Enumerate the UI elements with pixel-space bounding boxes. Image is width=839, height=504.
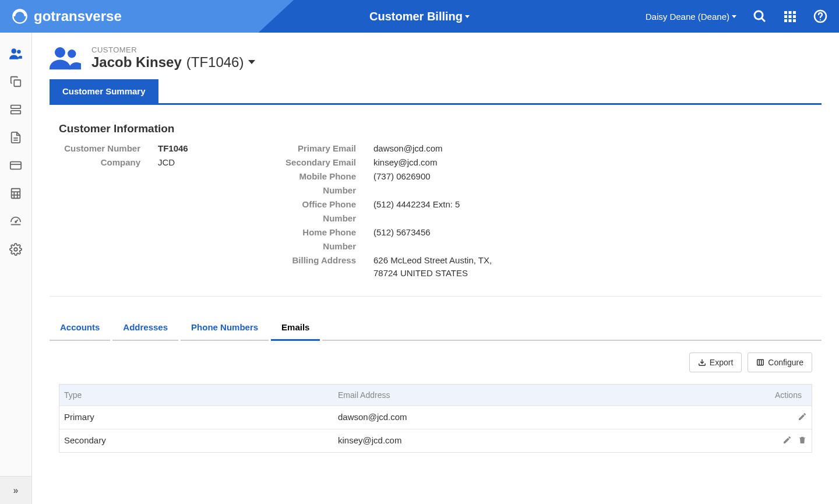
customer-icon — [50, 44, 81, 71]
sidebar-settings[interactable] — [0, 235, 31, 263]
company-label: Company — [59, 156, 158, 169]
svg-point-1 — [755, 11, 763, 19]
trash-icon — [798, 435, 807, 445]
chevron-down-icon — [465, 15, 470, 18]
cell-actions — [765, 406, 812, 429]
tab-customer-summary[interactable]: Customer Summary — [50, 79, 158, 103]
billing-address-label: Billing Address — [280, 254, 373, 267]
th-email[interactable]: Email Address — [333, 385, 765, 406]
svg-rect-25 — [12, 189, 20, 199]
configure-button[interactable]: Configure — [748, 353, 812, 372]
th-type[interactable]: Type — [59, 385, 333, 406]
tab-emails[interactable]: Emails — [271, 315, 320, 341]
sub-tabs: Accounts Addresses Phone Numbers Emails — [50, 297, 822, 341]
office-phone-label-1: Office Phone — [280, 198, 373, 211]
emails-table: Type Email Address Actions Primarydawson… — [59, 384, 812, 453]
apps-grid-icon[interactable] — [783, 9, 797, 23]
svg-rect-18 — [11, 111, 21, 114]
edit-button[interactable] — [782, 435, 792, 446]
home-phone-label-1: Home Phone — [280, 226, 373, 239]
brand-icon — [12, 8, 28, 24]
primary-tabs: Customer Summary — [50, 79, 822, 105]
page-title-dropdown[interactable]: Jacob Kinsey (TF1046) — [91, 54, 255, 71]
gauge-icon — [9, 215, 22, 228]
sidebar-document[interactable] — [0, 124, 31, 151]
copy-icon — [9, 75, 22, 88]
cell-type: Secondary — [59, 429, 333, 452]
export-button[interactable]: Export — [689, 353, 742, 372]
users-icon — [8, 46, 23, 61]
svg-rect-36 — [757, 360, 764, 365]
credit-card-icon — [9, 159, 22, 172]
svg-rect-16 — [14, 80, 20, 86]
svg-rect-23 — [10, 162, 21, 170]
app-header: gotransverse Customer Billing Daisy Dean… — [0, 0, 839, 33]
svg-rect-8 — [793, 15, 796, 18]
svg-rect-11 — [793, 19, 796, 22]
chevron-down-icon — [248, 60, 255, 64]
server-icon — [9, 103, 22, 116]
document-icon — [9, 131, 22, 144]
brand-logo[interactable]: gotransverse — [12, 8, 122, 24]
company-value: JCD — [158, 156, 175, 169]
sidebar-card[interactable] — [0, 151, 31, 179]
svg-point-30 — [15, 221, 16, 223]
sidebar-calculator[interactable] — [0, 179, 31, 207]
billing-address-value: 626 McLeod Street Austin, TX, 78724 UNIT… — [373, 254, 513, 280]
svg-point-14 — [11, 48, 16, 54]
svg-rect-7 — [789, 15, 792, 18]
svg-rect-9 — [784, 19, 787, 22]
sidebar-dashboard[interactable] — [0, 207, 31, 235]
sidebar-copy[interactable] — [0, 68, 31, 96]
customer-number-value: TF1046 — [158, 142, 188, 155]
secondary-email-label: Secondary Email — [280, 156, 373, 169]
gear-icon — [9, 243, 22, 256]
download-icon — [698, 358, 706, 366]
pencil-icon — [798, 412, 807, 421]
chevrons-right-icon: » — [13, 485, 19, 496]
svg-line-2 — [762, 18, 765, 22]
sidebar-expand-button[interactable]: » — [0, 476, 31, 504]
sidebar-customers[interactable] — [0, 40, 31, 68]
svg-rect-5 — [793, 11, 796, 14]
svg-point-32 — [14, 248, 17, 251]
home-phone-value: (512) 5673456 — [373, 226, 431, 239]
mobile-phone-label-1: Mobile Phone — [280, 170, 373, 183]
cell-email: kinsey@jcd.com — [333, 429, 765, 452]
page-label: CUSTOMER — [91, 45, 255, 54]
tab-phone-numbers[interactable]: Phone Numbers — [181, 315, 269, 341]
svg-rect-17 — [11, 105, 21, 109]
svg-point-33 — [55, 47, 65, 58]
search-icon[interactable] — [753, 9, 767, 23]
help-icon[interactable] — [813, 9, 827, 23]
chevron-down-icon — [732, 15, 736, 18]
edit-button[interactable] — [798, 412, 807, 423]
pencil-icon — [782, 435, 792, 445]
main-content: CUSTOMER Jacob Kinsey (TF1046) Customer … — [32, 33, 839, 504]
tab-addresses[interactable]: Addresses — [112, 315, 178, 341]
svg-point-34 — [68, 50, 76, 58]
secondary-email-value: kinsey@jcd.com — [373, 156, 437, 169]
cell-actions — [765, 429, 812, 452]
svg-rect-6 — [784, 15, 787, 18]
table-row: Secondarykinsey@jcd.com — [59, 429, 812, 452]
svg-rect-10 — [789, 19, 792, 22]
cell-email: dawson@jcd.com — [333, 406, 765, 429]
brand-text: gotransverse — [34, 8, 122, 24]
office-phone-value: (512) 4442234 Extn: 5 — [373, 198, 460, 211]
office-phone-label-2: Number — [280, 212, 373, 225]
customer-number-label: Customer Number — [59, 142, 158, 155]
columns-icon — [756, 358, 764, 366]
svg-rect-3 — [784, 11, 787, 14]
user-menu[interactable]: Daisy Deane (Deane) — [646, 12, 736, 22]
delete-button[interactable] — [798, 435, 807, 446]
svg-rect-4 — [789, 11, 792, 14]
svg-point-13 — [820, 19, 821, 20]
sidebar-servers[interactable] — [0, 96, 31, 124]
home-phone-label-2: Number — [280, 240, 373, 253]
primary-email-value: dawson@jcd.com — [373, 142, 443, 155]
tab-accounts[interactable]: Accounts — [50, 315, 110, 341]
sidebar: » — [0, 33, 32, 504]
mobile-phone-label-2: Number — [280, 184, 373, 197]
module-title-dropdown[interactable]: Customer Billing — [369, 10, 470, 23]
